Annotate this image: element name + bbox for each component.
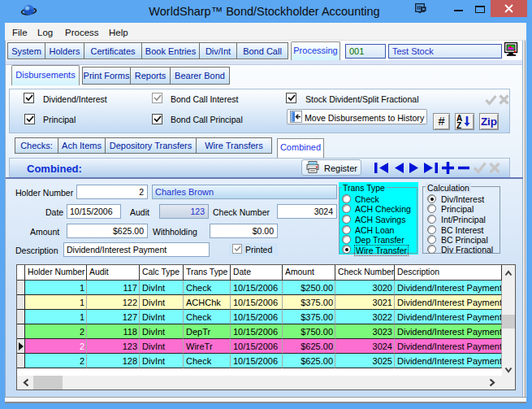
svg-text:Z: Z — [456, 121, 461, 129]
